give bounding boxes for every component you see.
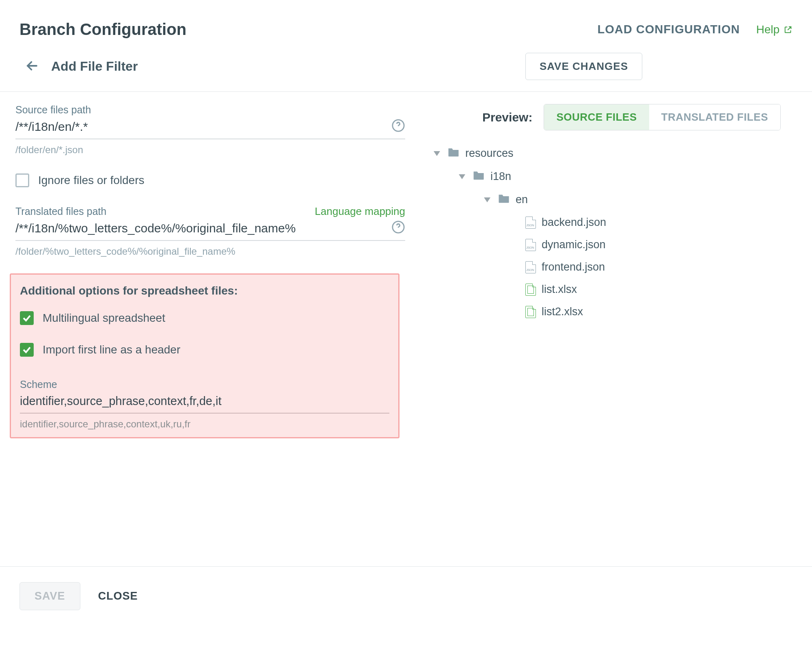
chevron-down-icon (434, 151, 440, 156)
ignore-checkbox[interactable] (15, 173, 29, 187)
file-json-icon (525, 217, 536, 229)
tab-translated-files[interactable]: TRANSLATED FILES (649, 104, 780, 130)
tree-folder[interactable]: i18n (430, 165, 793, 188)
folder-icon (498, 193, 510, 206)
preview-label: Preview: (430, 110, 532, 124)
spreadsheet-options-panel: Additional options for spreadsheet files… (10, 273, 400, 438)
source-path-hint: /folder/en/*.json (15, 139, 405, 156)
scheme-label: Scheme (20, 379, 389, 391)
tree-file[interactable]: list2.xlsx (430, 301, 793, 323)
tree-label: backend.json (542, 216, 606, 229)
file-xlsx-icon (525, 306, 536, 318)
file-json-icon (525, 261, 536, 273)
tree-label: frontend.json (542, 261, 605, 273)
tree-folder[interactable]: en (430, 188, 793, 211)
external-link-icon (784, 25, 793, 34)
file-tree: resources i18n en backend.json dynamic.j… (430, 142, 793, 323)
tree-label: en (516, 193, 528, 206)
file-json-icon (525, 239, 536, 251)
tree-file[interactable]: backend.json (430, 211, 793, 234)
translated-path-label: Translated files path (15, 206, 106, 218)
chevron-down-icon (459, 174, 465, 179)
save-button[interactable]: SAVE (19, 582, 80, 610)
tree-label: list2.xlsx (542, 306, 583, 318)
check-icon (22, 313, 32, 323)
scheme-input[interactable] (20, 391, 389, 409)
tree-file[interactable]: list.xlsx (430, 278, 793, 301)
chevron-down-icon (484, 197, 490, 202)
load-configuration-button[interactable]: LOAD CONFIGURATION (597, 23, 740, 36)
language-mapping-link[interactable]: Language mapping (315, 205, 405, 218)
help-link[interactable]: Help (756, 23, 793, 36)
folder-icon (447, 147, 460, 160)
arrow-left-icon (24, 58, 40, 74)
tree-file[interactable]: dynamic.json (430, 234, 793, 256)
multilingual-label: Multilingual spreadsheet (43, 312, 165, 325)
first-line-checkbox[interactable] (20, 343, 34, 357)
preview-tabgroup: SOURCE FILES TRANSLATED FILES (544, 104, 780, 130)
ignore-label: Ignore files or folders (38, 174, 144, 187)
help-icon[interactable] (391, 119, 405, 132)
source-path-label: Source files path (15, 104, 405, 117)
tree-label: dynamic.json (542, 238, 606, 251)
tree-label: resources (465, 147, 514, 160)
scheme-hint: identifier,source_phrase,context,uk,ru,f… (20, 414, 389, 430)
help-icon[interactable] (391, 220, 405, 234)
help-label: Help (756, 23, 780, 36)
translated-path-hint: /folder/%two_letters_code%/%original_fil… (15, 241, 405, 257)
subpage-title: Add File Filter (51, 59, 138, 74)
page-title: Branch Configuration (19, 20, 186, 39)
first-line-label: Import first line as a header (43, 343, 180, 356)
spreadsheet-title: Additional options for spreadsheet files… (20, 284, 389, 297)
save-changes-button[interactable]: SAVE CHANGES (525, 53, 642, 80)
close-button[interactable]: CLOSE (98, 590, 138, 602)
tree-folder[interactable]: resources (430, 142, 793, 165)
translated-path-input[interactable] (15, 218, 391, 236)
tree-file[interactable]: frontend.json (430, 256, 793, 278)
folder-icon (473, 170, 485, 183)
check-icon (22, 345, 32, 355)
tree-label: list.xlsx (542, 283, 577, 296)
tree-label: i18n (490, 170, 511, 183)
multilingual-checkbox[interactable] (20, 311, 34, 325)
file-xlsx-icon (525, 284, 536, 296)
source-path-input[interactable] (15, 117, 391, 134)
back-button[interactable] (24, 58, 40, 75)
tab-source-files[interactable]: SOURCE FILES (544, 104, 649, 130)
